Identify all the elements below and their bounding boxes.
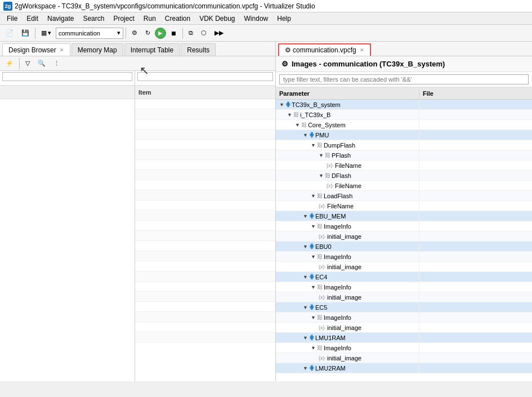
param-row[interactable]: ▼⛓DFlash <box>276 171 532 181</box>
chain-icon: ⛓ <box>317 142 323 148</box>
list-item <box>135 119 275 130</box>
left-toolbar-btn1[interactable]: ⚡ <box>2 58 17 69</box>
left-tab-design-browser[interactable]: Design Browser✕ <box>2 43 70 56</box>
expand-icon: ▼ <box>303 365 308 371</box>
left-tab-memory-map[interactable]: Memory Map <box>71 43 123 56</box>
toolbar-btn-extra2[interactable]: ⬡ <box>198 28 210 38</box>
param-row[interactable]: ▼⋕PMU <box>276 130 532 140</box>
param-row[interactable]: ▼⋕LMU2RAM <box>276 363 532 373</box>
list-item <box>135 302 275 312</box>
toolbar-btn-extra3[interactable]: ▶▶ <box>211 28 227 38</box>
param-row[interactable]: ▼⛓i_TC39x_B <box>276 110 532 120</box>
tab-communication-vpcfg[interactable]: ⚙ communication.vpcfg ✕ <box>278 43 371 56</box>
param-row[interactable]: (x)·initial_image <box>276 353 532 363</box>
param-row[interactable]: ▼⛓Core_System <box>276 120 532 130</box>
list-item <box>135 261 275 271</box>
hash-icon: ⋕ <box>309 304 314 311</box>
menubar-item-search[interactable]: Search <box>78 14 109 24</box>
param-label-23: LMU1RAM <box>315 334 346 341</box>
menubar-item-creation[interactable]: Creation <box>160 14 195 24</box>
param-row[interactable]: (x)·initial_image <box>276 323 532 333</box>
expand-icon: ▼ <box>295 122 300 128</box>
param-row[interactable]: ▼⛓ImageInfo <box>276 282 532 292</box>
param-row[interactable]: (x)·FileName <box>276 160 532 171</box>
left-search-input[interactable] <box>2 72 132 81</box>
param-label-16: initial_image <box>327 264 361 270</box>
menubar-item-window[interactable]: Window <box>240 14 273 24</box>
param-row[interactable]: ▼⋕EBU0 <box>276 242 532 252</box>
menubar-item-edit[interactable]: Edit <box>22 14 43 24</box>
list-item <box>135 109 275 119</box>
param-row[interactable]: (x)·initial_image <box>276 262 532 272</box>
close-tab-icon[interactable]: ✕ <box>360 47 364 53</box>
menubar-item-file[interactable]: File <box>2 14 22 24</box>
param-row[interactable]: ▼⋕EC5 <box>276 302 532 313</box>
param-cell-name: (x)·initial_image <box>276 323 419 332</box>
param-row[interactable]: ▼⋕EBU_MEM <box>276 211 532 221</box>
expand-icon: ▼ <box>311 142 316 148</box>
var-prefix-icon: (x)· <box>319 264 326 270</box>
tab-label-0: Design Browser <box>8 46 56 54</box>
menubar-item-run[interactable]: Run <box>139 14 160 24</box>
layout-button[interactable]: ▦▾ <box>38 28 55 38</box>
refresh-button[interactable]: ↻ <box>142 28 154 38</box>
right-search-input[interactable] <box>137 72 273 81</box>
close-tab-0-icon[interactable]: ✕ <box>60 47 64 53</box>
menubar-item-help[interactable]: Help <box>272 14 296 24</box>
list-item <box>135 200 275 211</box>
param-cell-file <box>419 353 532 363</box>
param-row[interactable]: ▼⛓ImageInfo <box>276 343 532 353</box>
menubar-item-project[interactable]: Project <box>109 14 138 24</box>
app-icon: 2g <box>3 2 12 11</box>
param-row[interactable]: (x)·initial_image <box>276 231 532 242</box>
chain-icon: ⛓ <box>317 284 323 290</box>
more-btn[interactable]: ⋮ <box>50 58 63 69</box>
expand-icon: ▼ <box>311 254 316 260</box>
filter-input[interactable] <box>279 74 529 84</box>
param-cell-name: ▼⋕EBU0 <box>276 242 419 251</box>
run-button[interactable]: ▶ <box>155 28 166 39</box>
param-row[interactable]: ▼⛓LoadFlash <box>276 191 532 201</box>
left-tab-interrupt-table[interactable]: Interrupt Table <box>124 43 180 56</box>
new-button[interactable]: 📄 <box>2 28 17 38</box>
param-row[interactable]: ▼⋕LMU1RAM <box>276 333 532 343</box>
param-cell-file <box>419 363 532 373</box>
param-row[interactable]: ▼⛓ImageInfo <box>276 252 532 262</box>
chain-icon: ⛓ <box>325 152 330 158</box>
param-row[interactable]: ▼⛓ImageInfo <box>276 313 532 323</box>
param-cell-name: ▼⛓i_TC39x_B <box>276 110 419 119</box>
param-label-12: ImageInfo <box>324 223 351 230</box>
param-row[interactable]: ▼⋕TC39x_B_system <box>276 100 532 110</box>
filter-btn[interactable]: ▽ <box>22 58 33 69</box>
tree-header <box>0 86 135 99</box>
item-col-header: Item <box>138 89 151 96</box>
param-row[interactable]: ▼⋕EC4 <box>276 272 532 282</box>
save-button[interactable]: 💾 <box>18 28 33 38</box>
list-item <box>135 332 275 342</box>
stop-button[interactable]: ⏹ <box>167 28 180 38</box>
param-row[interactable]: (x)·FileName <box>276 181 532 191</box>
hash-icon: ⋕ <box>285 101 290 108</box>
left-tab-results[interactable]: Results <box>181 43 216 56</box>
menubar-item-vdk debug[interactable]: VDK Debug <box>195 14 239 24</box>
param-label-4: DumpFlash <box>324 142 355 149</box>
right-panel-title: Images - communication (TC39x_B_system) <box>292 60 445 68</box>
param-row[interactable]: (x)·FileName <box>276 201 532 211</box>
menubar-item-navigate[interactable]: Navigate <box>43 14 78 24</box>
param-row[interactable]: ▼⛓PFlash <box>276 150 532 160</box>
config-dropdown[interactable]: communication ▾ <box>56 28 123 39</box>
param-cell-file <box>419 231 532 241</box>
hash-icon: ⋕ <box>309 131 314 139</box>
settings-button[interactable]: ⚙ <box>128 28 141 38</box>
menubar: FileEditNavigateSearchProjectRunCreation… <box>0 12 532 25</box>
hash-icon: ⋕ <box>309 212 314 220</box>
toolbar-btn-extra1[interactable]: ⧉ <box>185 28 196 38</box>
design-tree <box>0 86 135 381</box>
param-row[interactable]: ▼⛓ImageInfo <box>276 221 532 231</box>
search-btn[interactable]: 🔍 <box>34 58 49 69</box>
param-label-21: ImageInfo <box>324 314 351 321</box>
param-cell-name: ▼⛓DFlash <box>276 171 419 180</box>
param-row[interactable]: (x)·initial_image <box>276 292 532 302</box>
param-row[interactable]: ▼⛓DumpFlash <box>276 140 532 150</box>
param-label-6: FileName <box>335 162 361 169</box>
